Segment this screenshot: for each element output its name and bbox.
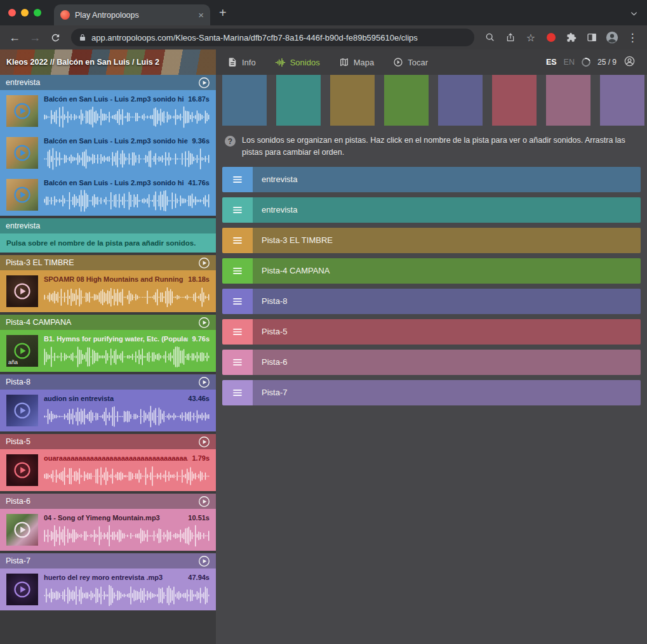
drag-handle[interactable] bbox=[222, 380, 253, 405]
swatch-pista-5[interactable] bbox=[492, 75, 537, 126]
drag-handle[interactable] bbox=[222, 350, 253, 375]
track-header[interactable]: Pista-5 bbox=[0, 434, 216, 449]
track-play-icon[interactable] bbox=[198, 376, 210, 388]
tab-search-chevron-icon[interactable] bbox=[630, 9, 638, 20]
track-header[interactable]: Pista-7 bbox=[0, 553, 216, 568]
track-header[interactable]: Pista-6 bbox=[0, 494, 216, 509]
clip[interactable]: Balcón en San Luis - Luis 2.mp3 sonido h… bbox=[0, 132, 216, 174]
drag-handle[interactable] bbox=[222, 228, 253, 253]
extensions-icon[interactable] bbox=[562, 28, 581, 47]
clip-thumbnail[interactable] bbox=[6, 179, 38, 211]
drag-handle[interactable] bbox=[222, 258, 253, 284]
back-icon[interactable]: ← bbox=[5, 28, 24, 47]
waveform[interactable] bbox=[44, 346, 210, 368]
waveform[interactable] bbox=[44, 106, 210, 128]
clip[interactable]: Balcón en San Luis - Luis 2.mp3 sonido h… bbox=[0, 174, 216, 216]
track-row-pista-6[interactable]: Pista-6 bbox=[222, 350, 641, 375]
track-row-pista-5[interactable]: Pista-5 bbox=[222, 319, 641, 345]
project-header-image[interactable]: Kleos 2022 // Balcón en San Luis / Luis … bbox=[0, 49, 216, 75]
swatch-pista-7[interactable] bbox=[600, 75, 644, 126]
waveform[interactable] bbox=[44, 405, 210, 428]
waveform[interactable] bbox=[44, 286, 210, 308]
track-row-body[interactable]: Pista-5 bbox=[253, 319, 641, 345]
track-header[interactable]: entrevista bbox=[0, 75, 216, 90]
clip[interactable]: audion sin entrevista43.46s bbox=[0, 390, 216, 431]
address-bar[interactable]: app.antropoloops.com/Kleos-Santa-Marina/… bbox=[71, 29, 474, 46]
track-play-icon[interactable] bbox=[198, 496, 210, 508]
breadcrumb[interactable]: Kleos 2022 // Balcón en San Luis / Luis … bbox=[6, 58, 159, 67]
clip-thumbnail[interactable] bbox=[6, 95, 38, 127]
track-play-icon[interactable] bbox=[198, 555, 210, 567]
track-row-body[interactable]: Pista-6 bbox=[253, 350, 641, 375]
clip[interactable]: aña B1. Hymns for purifying water, Etc. … bbox=[0, 330, 216, 372]
track-play-icon[interactable] bbox=[198, 317, 210, 329]
language-es-button[interactable]: ES bbox=[546, 58, 557, 67]
clip-thumbnail[interactable] bbox=[6, 454, 38, 486]
drag-handle[interactable] bbox=[222, 167, 253, 192]
language-en-button[interactable]: EN bbox=[564, 58, 575, 67]
tab-tocar[interactable]: Tocar bbox=[393, 57, 428, 67]
track-play-icon[interactable] bbox=[198, 436, 210, 448]
waveform[interactable] bbox=[44, 525, 210, 547]
side-panel-icon[interactable] bbox=[582, 28, 601, 47]
drag-handle[interactable] bbox=[222, 289, 253, 314]
close-window-button[interactable] bbox=[8, 9, 16, 16]
track-play-icon[interactable] bbox=[198, 77, 210, 89]
url-text[interactable]: app.antropoloops.com/Kleos-Santa-Marina/… bbox=[91, 33, 418, 43]
waveform[interactable] bbox=[44, 584, 210, 607]
reload-icon[interactable] bbox=[46, 28, 65, 47]
fullscreen-window-button[interactable] bbox=[34, 9, 41, 16]
swatch-pista-6[interactable] bbox=[546, 75, 590, 126]
track-header[interactable]: Pista-8 bbox=[0, 374, 216, 390]
tab-close-icon[interactable]: × bbox=[198, 10, 204, 20]
new-tab-button[interactable]: + bbox=[219, 6, 227, 19]
track-row-body[interactable]: Pista-4 CAMPANA bbox=[253, 258, 641, 284]
track-play-icon[interactable] bbox=[198, 257, 210, 269]
clip[interactable]: 04 - Song of Yimeng Mountain.mp310.51s bbox=[0, 509, 216, 551]
tab-sonidos[interactable]: Sonidos bbox=[275, 57, 320, 68]
track-row-entrevista-2[interactable]: entrevista bbox=[222, 197, 641, 223]
account-icon[interactable] bbox=[624, 55, 636, 70]
swatch-entrevista-2[interactable] bbox=[276, 75, 321, 126]
record-dot-icon[interactable] bbox=[542, 28, 561, 47]
clip-thumbnail[interactable] bbox=[6, 514, 38, 546]
track-row-pista-4[interactable]: Pista-4 CAMPANA bbox=[222, 258, 641, 284]
share-icon[interactable] bbox=[501, 28, 520, 47]
track-row-body[interactable]: Pista-8 bbox=[253, 289, 641, 314]
track-header[interactable]: Pista-3 EL TIMBRE bbox=[0, 255, 216, 270]
clip[interactable]: ouaraaaaaaaaaaaaaaaaaaaaaaaaaaaaaaaaa...… bbox=[0, 449, 216, 491]
swatch-pista-8[interactable] bbox=[438, 75, 483, 126]
browser-tab[interactable]: Play Antropoloops × bbox=[54, 4, 210, 25]
swatch-pista-3[interactable] bbox=[330, 75, 375, 126]
minimize-window-button[interactable] bbox=[21, 9, 29, 16]
track-row-body[interactable]: entrevista bbox=[253, 197, 641, 223]
swatch-entrevista-1[interactable] bbox=[222, 75, 267, 126]
clip[interactable]: Balcón en San Luis - Luis 2.mp3 sonido h… bbox=[0, 90, 216, 132]
clip[interactable]: huerto del rey moro entrevista .mp347.94… bbox=[0, 568, 216, 610]
zoom-icon[interactable] bbox=[481, 28, 500, 47]
browser-menu-icon[interactable]: ⋮ bbox=[623, 28, 642, 47]
drag-handle[interactable] bbox=[222, 197, 253, 223]
track-row-pista-8[interactable]: Pista-8 bbox=[222, 289, 641, 314]
tab-mapa[interactable]: Mapa bbox=[339, 57, 375, 67]
track-row-body[interactable]: Pista-7 bbox=[253, 380, 641, 405]
track-row-body[interactable]: Pista-3 EL TIMBRE bbox=[253, 228, 641, 253]
track-header[interactable]: Pista-4 CAMPANA bbox=[0, 315, 216, 330]
waveform[interactable] bbox=[44, 148, 210, 170]
track-row-entrevista-1[interactable]: entrevista bbox=[222, 167, 641, 192]
clip-thumbnail[interactable] bbox=[6, 275, 38, 307]
profile-avatar-icon[interactable] bbox=[603, 28, 622, 47]
track-row-pista-3[interactable]: Pista-3 EL TIMBRE bbox=[222, 228, 641, 253]
clip[interactable]: SPOAMR 08 High Mountains and Running ...… bbox=[0, 270, 216, 312]
track-row-body[interactable]: entrevista bbox=[253, 167, 641, 192]
bookmark-star-icon[interactable]: ☆ bbox=[521, 28, 540, 47]
swatch-pista-4[interactable] bbox=[384, 75, 429, 126]
drag-handle[interactable] bbox=[222, 319, 253, 345]
waveform[interactable] bbox=[44, 465, 210, 487]
track-row-pista-7[interactable]: Pista-7 bbox=[222, 380, 641, 405]
clip-thumbnail[interactable] bbox=[6, 574, 38, 605]
track-header[interactable]: entrevista bbox=[0, 218, 216, 233]
waveform[interactable] bbox=[44, 190, 210, 212]
clip-thumbnail[interactable] bbox=[6, 137, 38, 169]
tab-info[interactable]: Info bbox=[227, 57, 256, 67]
